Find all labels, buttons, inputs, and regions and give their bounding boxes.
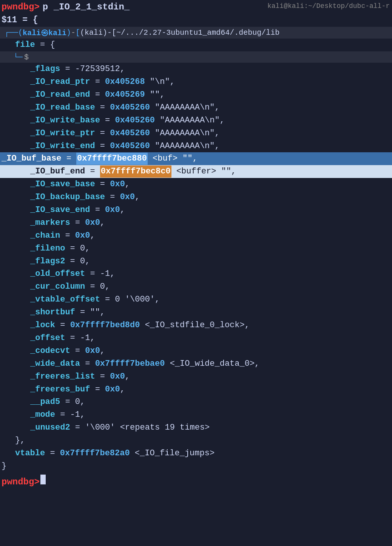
result-line: $11 = { bbox=[0, 14, 392, 27]
fileno-line: _fileno = 0, bbox=[0, 242, 392, 255]
io-read-end-line: _IO_read_end = 0x405269 "", bbox=[0, 88, 392, 101]
bottom-prompt-line: pwndbg> bbox=[0, 474, 392, 489]
kali-dollar-line: └─ $ bbox=[0, 51, 392, 63]
command-text: p _IO_2_1_stdin_ bbox=[43, 2, 130, 12]
io-write-end-line: _IO_write_end = 0x405260 "AAAAAAAA\n", bbox=[0, 140, 392, 153]
top-right-path: kali@kali:~/Desktop/dubc-all-r bbox=[267, 0, 392, 10]
lock-line: _lock = 0x7ffff7bed8d0 <_IO_stdfile_0_lo… bbox=[0, 319, 392, 332]
prompt-label: pwndbg> bbox=[2, 2, 40, 12]
old-offset-line: _old_offset = -1, bbox=[0, 268, 392, 280]
pad5-line: __pad5 = 0, bbox=[0, 396, 392, 408]
offset-line: _offset = -1, bbox=[0, 332, 392, 345]
mode-line: _mode = -1, bbox=[0, 408, 392, 421]
freeres-list-line: _freeres_list = 0x0 , bbox=[0, 370, 392, 383]
markers-line: _markers = 0x0 , bbox=[0, 217, 392, 229]
io-read-ptr-line: _IO_read_ptr = 0x405268 "\n", bbox=[0, 76, 392, 88]
field-file: file bbox=[15, 39, 35, 51]
io-save-base-line: _IO_save_base = 0x0 , bbox=[0, 178, 392, 191]
freeres-buf-line: _freeres_buf = 0x0 , bbox=[0, 383, 392, 396]
io-write-ptr-line: _IO_write_ptr = 0x405260 "AAAAAAAA\n", bbox=[0, 127, 392, 140]
result-var: $11 = { bbox=[2, 14, 38, 26]
close-file-line: }, bbox=[0, 434, 392, 447]
file-line: file = { bbox=[0, 39, 392, 51]
flags-line: _flags = -72539512, bbox=[0, 63, 392, 76]
kali-path: (kali)-[~/.../2.27-3ubuntu1_amd64/.debug… bbox=[80, 28, 279, 37]
io-write-base-line: _IO_write_base = 0x405260 "AAAAAAAA\n", bbox=[0, 114, 392, 127]
wide-data-line: _wide_data = 0x7ffff7bebae0 <_IO_wide_da… bbox=[0, 357, 392, 370]
close-brace-line: } bbox=[0, 460, 392, 473]
io-buf-end-line: _IO_buf_end = 0x7ffff7bec8c0 <buffer> ""… bbox=[0, 165, 392, 178]
io-read-base-line: _IO_read_base = 0x405260 "AAAAAAAA\n", bbox=[0, 101, 392, 114]
chain-line: _chain = 0x0 , bbox=[0, 229, 392, 242]
terminal: pwndbg> p _IO_2_1_stdin_ kali@kali:~/Des… bbox=[0, 0, 392, 489]
unused2-line: _unused2 = '\000' <repeats 19 times> bbox=[0, 421, 392, 434]
cur-column-line: _cur_column = 0, bbox=[0, 280, 392, 293]
io-buf-base-line: _IO_buf_base = 0x7ffff7bec880 <buf> "", bbox=[0, 152, 392, 165]
vtable-offset-line: _vtable_offset = 0 '\000', bbox=[0, 293, 392, 306]
kali-line: ┌── ( kali㉿kali ) - [ (kali)-[~/.../2.27… bbox=[0, 27, 392, 39]
flags2-line: _flags2 = 0, bbox=[0, 255, 392, 268]
codecvt-line: _codecvt = 0x0 , bbox=[0, 345, 392, 357]
vtable-line: vtable = 0x7ffff7be82a0 <_IO_file_jumps> bbox=[0, 447, 392, 460]
io-backup-base-line: _IO_backup_base = 0x0 , bbox=[0, 191, 392, 204]
shortbuf-line: _shortbuf = "", bbox=[0, 306, 392, 319]
io-save-end-line: _IO_save_end = 0x0 , bbox=[0, 204, 392, 217]
